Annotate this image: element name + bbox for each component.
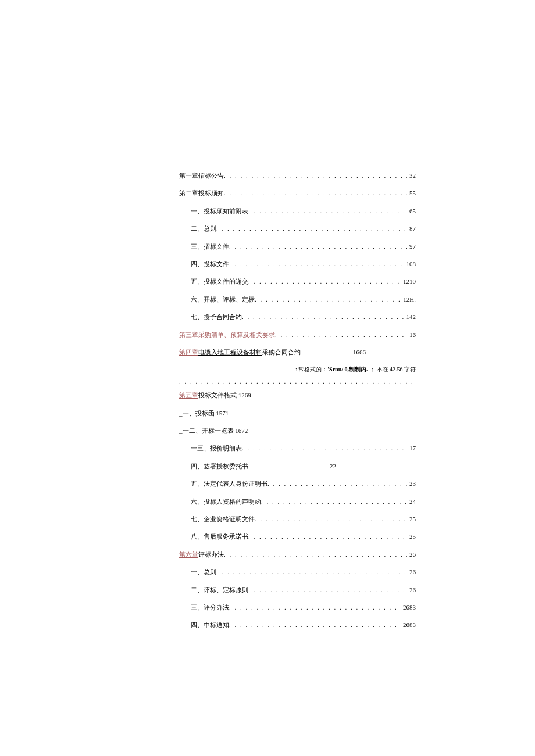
toc-leader-dots xyxy=(229,603,401,612)
toc-label: 七、授予合同合约 xyxy=(191,313,242,321)
note-prefix: : 常格式的： xyxy=(295,366,327,372)
toc-page-number: 65 xyxy=(407,207,416,216)
toc-label: 五、法定代表人身份证明书 xyxy=(191,479,268,488)
toc-label: 第一章招标公告 xyxy=(179,171,224,180)
toc-label: 一、投标须知前附表 xyxy=(191,207,248,216)
toc-page-number: 25 xyxy=(407,532,416,541)
toc-entry: 二、评标、定标原则 26 xyxy=(179,586,416,594)
toc-label[interactable]: 第三章采购清单、预算及相关要求 xyxy=(179,331,275,339)
toc-label: 七、企业资格证明文件 xyxy=(191,515,255,524)
toc-entry: 七、企业资格证明文件 25 xyxy=(179,515,416,524)
toc-leader-dots xyxy=(255,295,401,304)
toc-page-number: 22 xyxy=(330,463,336,470)
toc-leader-dots xyxy=(248,532,407,541)
toc-leader-dots xyxy=(255,515,407,524)
toc-chapter-link[interactable]: 第五章 xyxy=(179,392,198,399)
toc-entry: 四、投标文件 108 xyxy=(179,260,416,268)
toc-leader-dots xyxy=(248,277,401,286)
toc-page-number: 2683 xyxy=(401,621,416,629)
toc-page-number: 25 xyxy=(407,515,416,524)
toc-leader-dots xyxy=(216,568,407,576)
toc-entry-plain: 第五章投标文件格式 1269 xyxy=(179,391,416,400)
toc-leader-dots xyxy=(268,479,407,488)
toc-leader-dots xyxy=(216,224,407,233)
toc-leader-dots-row xyxy=(179,377,416,384)
toc-label: 一、总则 xyxy=(191,568,216,576)
toc-entry: 八、售后服务承诺书 25 xyxy=(179,532,416,541)
toc-page-number: 1210 xyxy=(401,277,416,286)
toc-label: 三、招标文件 xyxy=(191,242,229,251)
toc-page-number: 12H. xyxy=(401,295,416,304)
toc-entry-plain: _一、投标函 1571 xyxy=(179,409,416,418)
toc-page-number: 2683 xyxy=(401,603,416,612)
toc-entry: 六、投标人资格的声明函 24 xyxy=(179,497,416,506)
toc-label: 六、投标人资格的声明函 xyxy=(191,497,261,506)
toc-page-number: 26 xyxy=(407,550,416,559)
toc-label: 一三、报价明细表 xyxy=(191,444,242,453)
toc-page-number: 87 xyxy=(407,224,416,233)
toc-label: 第二章投标须知 xyxy=(179,189,224,198)
toc-leader-dots xyxy=(224,550,407,559)
toc-entry: 一、投标须知前附表 65 xyxy=(179,207,416,216)
toc-entry: 一、总则 26 xyxy=(179,568,416,576)
format-note: : 常格式的：'Srnu/ 0,制制内. ： 不在 42.56 字符 xyxy=(179,366,416,374)
toc-leader-dots xyxy=(248,207,407,216)
toc-entry: 三、评分办法 2683 xyxy=(179,603,416,612)
toc-entry: 五、投标文件的递交 1210 xyxy=(179,277,416,286)
toc-entry: 六、开标、评标、定标 12H. xyxy=(179,295,416,304)
toc-entry: 第六堂评标办法 26 xyxy=(179,550,416,559)
toc-leader-dots xyxy=(229,260,404,268)
toc-leader-dots xyxy=(275,331,407,339)
toc-leader-dots xyxy=(242,313,404,321)
toc-entry: 第一章招标公告 32 xyxy=(179,171,416,180)
toc-page-number: 24 xyxy=(407,497,416,506)
toc-page-number: 1666 xyxy=(353,349,366,356)
toc-leader-dots xyxy=(224,171,407,180)
toc-label: _一、投标函 1571 xyxy=(179,410,229,417)
toc-entry: 七、授予合同合约 142 xyxy=(179,313,416,321)
toc-page-number: 26 xyxy=(407,586,416,594)
toc-entry-plain: 第四章电缆入地工程设备材料采购合同合约1666 xyxy=(179,348,416,357)
note-code: 'Srnu/ 0,制制内. ： xyxy=(327,366,375,372)
toc-leader-dots xyxy=(229,621,401,629)
toc-label: 四、投标文件 xyxy=(191,260,229,268)
toc-label: 采购合同合约 xyxy=(262,349,301,356)
toc-page-number: 142 xyxy=(404,313,416,321)
toc-entry: 第二章投标须知 55 xyxy=(179,189,416,198)
toc-entry: 三、招标文件 97 xyxy=(179,242,416,251)
toc-entry-plain: _一二、开标一览表 1672 xyxy=(179,427,416,435)
toc-chapter-link[interactable]: 第四章 xyxy=(179,349,198,356)
toc-label: 二、评标、定标原则 xyxy=(191,586,248,594)
toc-page-number: 26 xyxy=(407,568,416,576)
toc-leader-dots xyxy=(248,586,407,594)
toc-page-number: 17 xyxy=(407,444,416,453)
toc-label: _一二、开标一览表 1672 xyxy=(179,427,248,434)
toc-entry: 二、总则 87 xyxy=(179,224,416,233)
toc-entry: 第三章采购清单、预算及相关要求 16 xyxy=(179,331,416,339)
toc-entry: 一三、报价明细表 17 xyxy=(179,444,416,453)
toc-page-number: 55 xyxy=(407,189,416,198)
toc-page-number: 16 xyxy=(407,331,416,339)
toc-entry-plain: 四、签署授权委托书22 xyxy=(179,462,416,471)
toc-chapter-link[interactable]: 第六堂 xyxy=(179,551,198,558)
toc-entry: 四、中标通知 2683 xyxy=(179,621,416,629)
toc-label: 四、中标通知 xyxy=(191,621,229,629)
toc-leader-dots xyxy=(242,444,407,453)
toc-label: 投标文件格式 1269 xyxy=(198,392,251,399)
note-tail: 不在 42.56 字符 xyxy=(375,366,416,372)
toc-page: 第一章招标公告 32第二章投标须知 55一、投标须知前附表 65二、总则 87三… xyxy=(0,0,535,756)
toc-page-number: 108 xyxy=(404,260,416,268)
toc-label: 四、签署授权委托书 xyxy=(191,463,248,470)
toc-page-number: 32 xyxy=(407,171,416,180)
toc-label: 八、售后服务承诺书 xyxy=(191,532,248,541)
toc-page-number: 23 xyxy=(407,479,416,488)
toc-leader-dots xyxy=(229,242,407,251)
toc-label: 六、开标、评标、定标 xyxy=(191,295,255,304)
toc-page-number: 97 xyxy=(407,242,416,251)
toc-label: 第六堂评标办法 xyxy=(179,550,224,559)
toc-entry: 五、法定代表人身份证明书 23 xyxy=(179,479,416,488)
toc-label: 三、评分办法 xyxy=(191,603,229,612)
toc-leader-dots xyxy=(261,497,407,506)
toc-label-underline: 电缆入地工程设备材料 xyxy=(198,349,262,356)
toc-label: 二、总则 xyxy=(191,224,216,233)
